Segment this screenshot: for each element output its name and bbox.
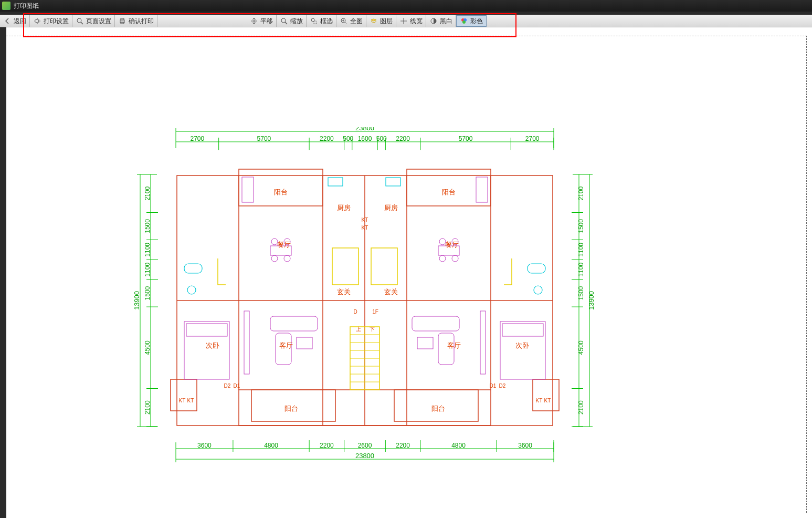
print-settings-button-label: 打印设置 [44,17,69,26]
svg-point-106 [439,255,446,262]
dim-value: 4800 [451,442,466,449]
bw-button[interactable]: 黑白 [426,15,456,27]
color-icon [460,17,468,25]
lineweight-button[interactable]: 线宽 [396,15,426,27]
back-button[interactable]: 返回 [0,15,30,27]
layers-button[interactable]: 图层 [366,15,396,27]
zoom-icon [280,17,288,25]
dim-value: 1500 [144,286,151,301]
full-icon [340,17,348,25]
svg-point-6 [281,18,286,23]
dim-value: 5700 [459,135,473,142]
box-icon [310,17,318,25]
box-select-button[interactable]: 框选 [307,15,336,27]
dim-value: 2700 [190,135,204,142]
full-view-button[interactable]: 全图 [336,15,366,27]
zoom-icon [76,17,84,25]
full-view-button-label: 全图 [350,17,363,26]
svg-rect-84 [528,264,545,273]
svg-point-107 [452,255,458,262]
svg-rect-121 [242,177,254,202]
gear-icon [33,17,41,25]
label-d1-l: D1 [234,383,240,389]
color-button[interactable]: 彩色 [456,15,487,27]
dim-value: 2200 [396,135,410,142]
svg-rect-112 [412,316,459,331]
dim-value: 1500 [144,219,151,233]
dim-value: 4500 [577,340,585,355]
toolbar: 返回打印设置页面设置确认打印 平移缩放框选全图图层线宽黑白彩色 [0,15,812,27]
confirm-print-button[interactable]: 确认打印 [115,15,157,27]
dim-value: 1500 [577,219,585,233]
svg-point-101 [271,255,278,262]
svg-line-2 [81,22,83,24]
room-balcony-tr: 阳台 [442,188,456,196]
svg-rect-98 [371,248,397,285]
label-kt-br1: KT [536,398,543,403]
svg-rect-80 [171,379,197,411]
svg-rect-9 [314,21,317,24]
lineweight-icon [399,17,408,25]
bw-button-label: 黑白 [440,17,452,26]
label-d2-r: D2 [499,383,506,389]
svg-rect-87 [386,178,400,186]
svg-rect-120 [480,311,486,374]
dim-value: 2100 [577,400,585,415]
room-foyer-l: 玄关 [337,288,351,296]
svg-line-7 [285,22,287,24]
label-d: D [353,309,357,315]
room-sbed-r: 次卧 [515,341,529,349]
label-d2-l: D2 [224,383,231,389]
dim-value: 2700 [525,135,540,142]
dim-value: 1100 [577,243,585,257]
room-balcony-br: 阳台 [431,405,445,412]
box-select-button-label: 框选 [320,17,333,26]
color-button-label: 彩色 [470,17,483,26]
page-settings-button-label: 页面设置 [86,17,111,26]
svg-point-83 [187,286,196,294]
pan-icon [250,17,258,25]
label-d1-r: D1 [490,383,497,389]
room-dining-r: 餐厅 [445,241,459,248]
zoom-button[interactable]: 缩放 [277,15,307,27]
stair-up: 上 [356,326,361,332]
label-kt-1: KT [362,217,368,223]
dim-value: 3600 [197,442,212,449]
svg-rect-122 [476,177,488,202]
dim-value: 4800 [264,442,278,449]
room-balcony-bl: 阳台 [284,405,298,412]
svg-rect-4 [121,18,124,20]
canvas-area[interactable]: 23800 2700570022005001600500220057002700… [0,27,812,518]
svg-point-17 [462,20,466,24]
print-icon [118,17,126,25]
room-kitchen-l: 厨房 [337,204,351,212]
label-1f: 1F [372,309,378,315]
print-settings-button[interactable]: 打印设置 [30,15,72,27]
svg-rect-117 [500,322,545,379]
back-icon [3,17,12,25]
stair-down: 下 [370,326,375,332]
pan-button-label: 平移 [260,17,273,26]
dim-value: 5700 [257,135,271,142]
back-button-label: 返回 [14,17,26,26]
layers-button-label: 图层 [380,17,393,26]
svg-rect-81 [533,379,559,411]
svg-rect-79 [407,169,491,206]
confirm-print-button-label: 确认打印 [129,17,154,26]
svg-rect-119 [244,311,249,374]
label-kt-2: KT [362,225,368,231]
label-kt-bl2: KT [187,398,194,403]
page-settings-button[interactable]: 页面设置 [72,15,115,27]
svg-rect-97 [332,248,358,285]
svg-rect-78 [239,169,323,206]
label-kt-bl1: KT [179,398,186,403]
room-living-r: 客厅 [447,341,461,349]
svg-rect-116 [186,324,227,336]
dim-value: 1600 [358,135,372,142]
svg-point-102 [284,255,290,262]
pan-button[interactable]: 平移 [247,15,277,27]
svg-line-11 [345,22,346,24]
room-sbed-l: 次卧 [206,341,219,349]
label-kt-br2: KT [544,398,551,403]
dim-value: 4500 [144,340,151,355]
